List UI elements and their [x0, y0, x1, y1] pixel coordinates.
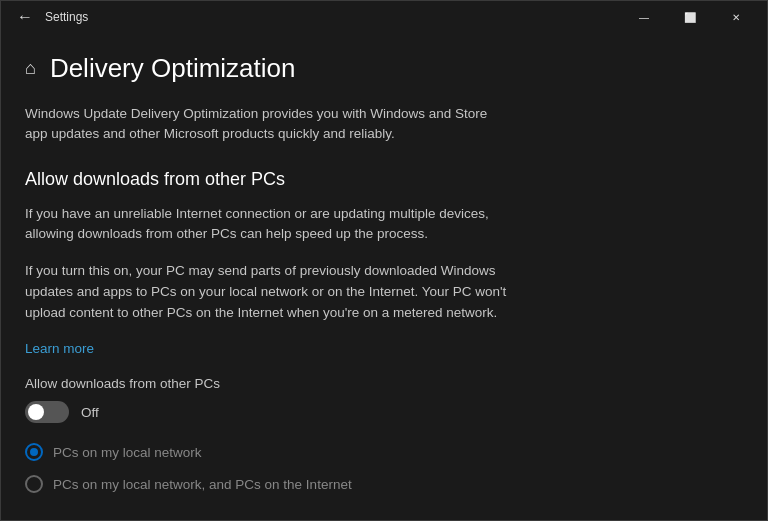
titlebar-title: Settings	[41, 10, 621, 24]
minimize-icon: —	[639, 12, 649, 23]
toggle-row: Off	[25, 401, 743, 423]
main-content: ⌂ Delivery Optimization Windows Update D…	[1, 33, 767, 520]
maximize-icon: ⬜	[684, 12, 696, 23]
radio-label-internet: PCs on my local network, and PCs on the …	[53, 477, 352, 492]
radio-label-local: PCs on my local network	[53, 445, 202, 460]
back-icon: ←	[17, 8, 33, 26]
radio-circle-local	[25, 443, 43, 461]
radio-group: PCs on my local network PCs on my local …	[25, 443, 743, 493]
page-title: Delivery Optimization	[50, 53, 296, 84]
section-title: Allow downloads from other PCs	[25, 169, 743, 190]
allow-downloads-toggle[interactable]	[25, 401, 69, 423]
back-button[interactable]: ←	[9, 1, 41, 33]
radio-item-internet[interactable]: PCs on my local network, and PCs on the …	[25, 475, 743, 493]
page-description: Windows Update Delivery Optimization pro…	[25, 104, 505, 145]
radio-item-local[interactable]: PCs on my local network	[25, 443, 743, 461]
maximize-button[interactable]: ⬜	[667, 1, 713, 33]
window-controls: — ⬜ ✕	[621, 1, 759, 33]
close-button[interactable]: ✕	[713, 1, 759, 33]
page-header: ⌂ Delivery Optimization	[25, 53, 743, 84]
home-icon: ⌂	[25, 58, 36, 79]
info-text-1: If you have an unreliable Internet conne…	[25, 204, 525, 246]
toggle-status-label: Off	[81, 405, 99, 420]
settings-window: ← Settings — ⬜ ✕ ⌂ Delivery Optimization…	[0, 0, 768, 521]
titlebar: ← Settings — ⬜ ✕	[1, 1, 767, 33]
minimize-button[interactable]: —	[621, 1, 667, 33]
toggle-track	[25, 401, 69, 423]
learn-more-link[interactable]: Learn more	[25, 341, 94, 356]
close-icon: ✕	[732, 12, 740, 23]
allow-downloads-label: Allow downloads from other PCs	[25, 376, 743, 391]
radio-circle-internet	[25, 475, 43, 493]
toggle-thumb	[28, 404, 44, 420]
info-text-2: If you turn this on, your PC may send pa…	[25, 261, 525, 324]
